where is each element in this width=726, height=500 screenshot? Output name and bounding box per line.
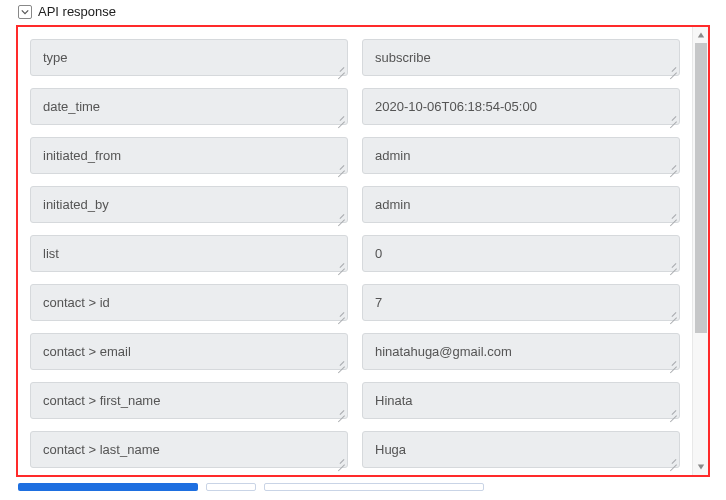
scroll-up-button[interactable] <box>693 27 709 43</box>
response-row: contact > id7 <box>30 284 680 321</box>
scrollbar-track[interactable] <box>693 43 709 459</box>
section-header: API response <box>16 4 710 19</box>
response-row: contact > first_nameHinata <box>30 382 680 419</box>
field-value[interactable]: Hinata <box>362 382 680 419</box>
vertical-scrollbar[interactable] <box>692 27 708 475</box>
resize-handle[interactable] <box>669 310 677 318</box>
resize-handle[interactable] <box>669 212 677 220</box>
chevron-down-icon <box>21 8 29 16</box>
resize-handle[interactable] <box>669 114 677 122</box>
section-title: API response <box>38 4 116 19</box>
resize-handle[interactable] <box>337 408 345 416</box>
response-row: initiated_fromadmin <box>30 137 680 174</box>
field-key[interactable]: contact > first_name <box>30 382 348 419</box>
primary-action-button[interactable] <box>18 483 198 491</box>
field-key[interactable]: list <box>30 235 348 272</box>
response-grid: typesubscribedate_time2020-10-06T06:18:5… <box>18 27 692 475</box>
field-value[interactable]: subscribe <box>362 39 680 76</box>
response-row: contact > emailhinatahuga@gmail.com <box>30 333 680 370</box>
field-key[interactable]: contact > last_name <box>30 431 348 468</box>
field-value[interactable]: admin <box>362 137 680 174</box>
field-key[interactable]: initiated_by <box>30 186 348 223</box>
scrollbar-thumb[interactable] <box>695 43 707 333</box>
response-row: list0 <box>30 235 680 272</box>
resize-handle[interactable] <box>337 261 345 269</box>
resize-handle[interactable] <box>669 65 677 73</box>
field-value[interactable]: 7 <box>362 284 680 321</box>
response-row: initiated_byadmin <box>30 186 680 223</box>
resize-handle[interactable] <box>669 163 677 171</box>
resize-handle[interactable] <box>337 65 345 73</box>
response-row: date_time2020-10-06T06:18:54-05:00 <box>30 88 680 125</box>
field-key[interactable]: contact > email <box>30 333 348 370</box>
field-key[interactable]: initiated_from <box>30 137 348 174</box>
field-value[interactable]: admin <box>362 186 680 223</box>
resize-handle[interactable] <box>669 408 677 416</box>
secondary-action-button[interactable] <box>206 483 256 491</box>
resize-handle[interactable] <box>337 163 345 171</box>
field-value[interactable]: Huga <box>362 431 680 468</box>
resize-handle[interactable] <box>337 310 345 318</box>
resize-handle[interactable] <box>669 359 677 367</box>
resize-handle[interactable] <box>337 457 345 465</box>
collapse-toggle[interactable] <box>18 5 32 19</box>
field-value[interactable]: 0 <box>362 235 680 272</box>
resize-handle[interactable] <box>669 457 677 465</box>
tertiary-action-button[interactable] <box>264 483 484 491</box>
resize-handle[interactable] <box>337 212 345 220</box>
field-value[interactable]: 2020-10-06T06:18:54-05:00 <box>362 88 680 125</box>
triangle-up-icon <box>697 31 705 39</box>
resize-handle[interactable] <box>337 359 345 367</box>
response-panel: typesubscribedate_time2020-10-06T06:18:5… <box>16 25 710 477</box>
resize-handle[interactable] <box>669 261 677 269</box>
action-bar <box>16 477 710 491</box>
resize-handle[interactable] <box>337 114 345 122</box>
field-value[interactable]: hinatahuga@gmail.com <box>362 333 680 370</box>
scroll-down-button[interactable] <box>693 459 709 475</box>
triangle-down-icon <box>697 463 705 471</box>
response-row: contact > last_nameHuga <box>30 431 680 468</box>
field-key[interactable]: contact > id <box>30 284 348 321</box>
response-row: typesubscribe <box>30 39 680 76</box>
field-key[interactable]: type <box>30 39 348 76</box>
field-key[interactable]: date_time <box>30 88 348 125</box>
